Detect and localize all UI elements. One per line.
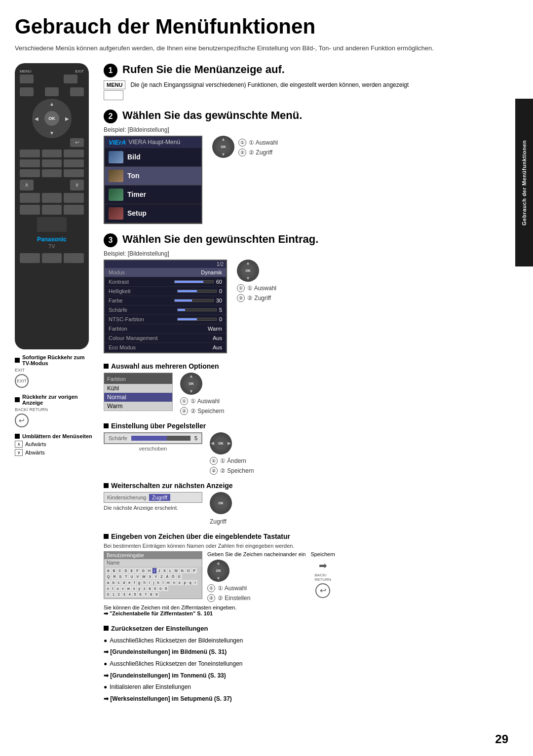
pegelsteller-title: Einstellung über Pegelsteller [111, 422, 206, 430]
small-btn-4[interactable] [20, 159, 40, 167]
step2-hint1: ① ① Auswahl [238, 139, 278, 147]
key-ln: n [172, 580, 177, 585]
submenu-row-schärfe: Schärfe 5 [105, 305, 226, 315]
small-btn-6[interactable] [64, 159, 84, 167]
btn-right-1[interactable] [70, 87, 84, 96]
back-return-label: BACK/RETURN [314, 573, 331, 582]
key-lr: r [193, 580, 197, 585]
bullet-2: ● [104, 659, 107, 670]
bottom-btn-2[interactable] [42, 253, 62, 263]
kontrast-key: Kontrast [109, 279, 129, 285]
small-btn-3[interactable] [64, 150, 84, 157]
sofortige-rueckkehr-label: Sofortige Rückkehr zum TV-Modus [22, 354, 94, 366]
tastatur-box-header: Benutzereingabe [104, 552, 202, 559]
key-1: 1 [111, 592, 116, 597]
large-btn-5[interactable] [42, 205, 62, 215]
step2-beispiel: Beispiel: [Bildeinstellung] [104, 126, 491, 133]
top-buttons [20, 75, 84, 83]
step3-title: Wählen Sie den gewünschten Eintrag. [122, 233, 318, 246]
step2-number: 2 [104, 110, 117, 123]
auswahl-content: Farbton Kühl Normal Warm OK ▲ ▼ [104, 373, 491, 415]
btn-left-1[interactable] [20, 87, 34, 96]
btn-center-1[interactable] [45, 87, 59, 96]
large-btn-6[interactable] [64, 205, 84, 215]
nav-right-arrow: ▶ [65, 115, 69, 121]
key-0: 0 [106, 592, 111, 597]
tastatur-hint2-label: ② Einstellen [218, 595, 250, 602]
tastatur-section: Eingeben von Zeichen über die eingeblend… [104, 532, 491, 617]
ok-button[interactable]: OK [44, 111, 59, 126]
large-btn-4[interactable] [20, 205, 40, 215]
bullet-weiter [104, 483, 109, 488]
page-indicator: 1/2 [217, 262, 224, 267]
zurücksetzen-title: Zurücksetzen der Einstellungen [111, 623, 208, 634]
colour-key: Colour Management [109, 335, 158, 341]
key-lm: m [165, 580, 171, 585]
small-btn-7[interactable] [20, 169, 40, 177]
key-3: 3 [122, 592, 127, 597]
pegelsteller-box: Schärfe 5 [104, 432, 202, 444]
zurück-link-2: ➡ [Grundeinstellungen] im Tonmenü (S. 33… [104, 671, 491, 681]
zugriff-label: Zugriff [149, 494, 170, 501]
timer-label: Timer [127, 190, 146, 198]
key-lb: b [111, 580, 116, 585]
zurück-link-text-3: ➡ [Werkseinstellungen] im Setupmenü (S. … [104, 694, 232, 705]
pegel-hint-labels: ① ① Ändern ② ② Speichern [210, 457, 254, 475]
key-ld: d [121, 580, 126, 585]
step3-hint1-label: ① Auswahl [247, 285, 276, 292]
exit-circle-icon: EXIT [15, 374, 29, 388]
ch-up-btn[interactable]: ∧ [20, 180, 34, 190]
bottom-btn-1[interactable] [20, 253, 40, 263]
bottom-btn-3[interactable] [64, 253, 84, 263]
tastatur-content: Benutzereingabe Name A B C D [104, 551, 491, 602]
large-btn-3[interactable] [64, 193, 84, 203]
weiter-nav-circle: OK [210, 492, 232, 514]
options-box: Farbton Kühl Normal Warm [104, 373, 173, 411]
pegel-fill [131, 436, 167, 441]
step3-beispiel: Beispiel: [Bildeinstellung] [104, 250, 491, 257]
remote-body: MENU EXIT [15, 63, 89, 349]
bullet-auswahl [104, 364, 109, 369]
key-d: D [123, 568, 128, 573]
helligkeit-bar: 0 [177, 288, 222, 294]
small-btn-9[interactable] [64, 169, 84, 177]
nav-pad[interactable]: OK ▲ ▼ ◀ ▶ [32, 99, 72, 138]
zurück-text-1: Ausschließliches Rücksetzen der Bildeins… [110, 636, 243, 646]
submenu-row-ntsc: NTSC-Farbton 0 [105, 315, 226, 324]
step1-header: 1 Rufen Sie die Menüanzeige auf. [104, 63, 491, 77]
auswahl-down: ▼ [189, 389, 193, 394]
circle-3: ① [237, 284, 245, 292]
auswahl-hint2-label: ② Speichern [190, 408, 224, 415]
key-lü: ü [158, 586, 163, 591]
step3-menu-display: 1/2 Modus Dynamik Kontrast [104, 260, 491, 353]
pegelsteller-content: Schärfe 5 verschoben OK ◀ [104, 432, 491, 475]
small-btn-8[interactable] [42, 169, 62, 177]
step3-number: 3 [104, 233, 117, 247]
auswahl-hint2: ② ② Speichern [180, 407, 224, 415]
btn-menu[interactable] [20, 75, 34, 83]
large-btn-2[interactable] [42, 193, 62, 203]
key-u: U [129, 574, 134, 579]
small-btn-5[interactable] [42, 159, 62, 167]
key-g: G [140, 568, 146, 573]
bild-label: Bild [127, 153, 140, 161]
tastatur-nav-circle: OK ▲ ▼ [207, 560, 229, 582]
exit-text: EXIT [15, 368, 94, 373]
step3-hint-labels: ① ① Auswahl ② ② Zugriff [237, 284, 276, 302]
menu-label: MENU [20, 69, 32, 74]
ch-down-btn[interactable]: ∨ [70, 180, 84, 190]
large-btn-1[interactable] [20, 193, 40, 203]
btn-exit[interactable] [64, 75, 77, 83]
key-lk: k [156, 580, 161, 585]
farbe-key: Farbe [109, 298, 123, 303]
key-2: 2 [116, 592, 121, 597]
step2-content: Beispiel: [Bildeinstellung] VIErA VIERA … [104, 126, 491, 224]
zurück-link-text-1: ➡ [Grundeinstellungen] im Bildmenü (S. 3… [104, 647, 227, 658]
submenu-row-helligkeit: Helligkeit 0 [105, 287, 226, 296]
key-lq: q [188, 580, 193, 585]
small-btn-2[interactable] [42, 150, 62, 157]
back-button[interactable]: ↩ [70, 138, 84, 147]
small-btn-1[interactable] [20, 150, 40, 157]
submenu-row-modus: Modus Dynamik [105, 268, 226, 277]
zurück-item-3: ● Initialisieren aller Einstellungen [104, 682, 491, 693]
